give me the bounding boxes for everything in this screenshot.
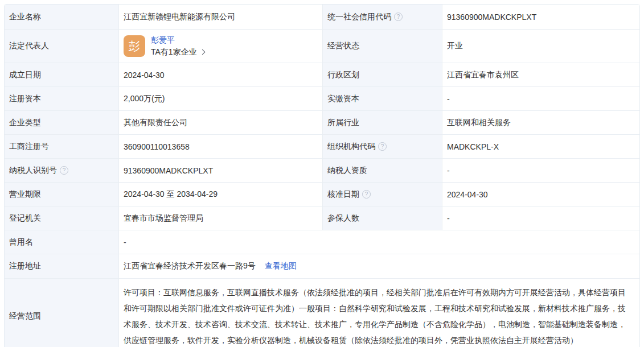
former-name-label: 曾用名 <box>5 230 118 254</box>
table-row: 纳税人识别号? 91360900MADKCKPLXT 纳税人资质 - <box>5 158 639 182</box>
insured-count-label: 参保人数 <box>322 206 442 230</box>
reg-authority-value-text: 宜春市市场监督管理局 <box>124 213 203 224</box>
status-value-text: 开业 <box>447 41 463 51</box>
reg-capital-value: 2,000万(元) <box>118 87 322 110</box>
company-name-value: 江西宜新赣锂电新能源有限公司 <box>118 5 322 29</box>
taxpayer-id-value-text: 91360900MADKCKPLXT <box>124 166 213 175</box>
company-type-value-text: 其他有限责任公司 <box>124 118 187 128</box>
paid-capital-value-text: - <box>447 94 450 104</box>
taxpayer-id-value: 91360900MADKCKPLXT <box>118 159 322 182</box>
business-term-label-text: 营业期限 <box>9 189 41 200</box>
approval-date-value-text: 2024-04-30 <box>447 190 488 199</box>
table-row: 企业名称 江西宜新赣锂电新能源有限公司 统一社会信用代码? 91360900MA… <box>5 5 639 29</box>
company-type-value: 其他有限责任公司 <box>118 111 322 134</box>
help-icon[interactable]: ? <box>394 13 403 21</box>
reg-address-label-text: 注册地址 <box>9 261 41 271</box>
former-name-value-text: - <box>124 238 126 247</box>
reg-authority-label-text: 登记机关 <box>9 213 41 224</box>
industry-label: 所属行业 <box>322 111 442 134</box>
legal-rep-companies-link[interactable]: TA有1家企业 <box>151 47 204 57</box>
insured-count-value-text: - <box>447 214 450 223</box>
org-code-label: 组织机构代码? <box>322 135 442 158</box>
paid-capital-label: 实缴资本 <box>322 87 442 110</box>
company-name-label-text: 企业名称 <box>9 12 41 22</box>
paid-capital-label-text: 实缴资本 <box>327 94 359 104</box>
district-value-text: 江西省宜春市袁州区 <box>447 70 519 80</box>
paid-capital-value: - <box>442 87 639 110</box>
org-code-value: MADKCKPL-X <box>442 135 639 158</box>
view-map-link[interactable]: 查看地图 <box>265 261 297 271</box>
reg-number-value: 360900110013658 <box>118 135 322 158</box>
credit-code-label-text: 统一社会信用代码 <box>327 12 391 22</box>
legal-rep-name-link[interactable]: 彭爱平 <box>151 35 204 46</box>
reg-number-label-text: 工商注册号 <box>9 142 49 152</box>
taxpayer-qual-label: 纳税人资质 <box>322 159 442 182</box>
table-row: 登记机关 宜春市市场监督管理局 参保人数 - <box>5 206 639 230</box>
legal-rep-label-text: 法定代表人 <box>9 41 49 51</box>
avatar-initial: 彭 <box>129 39 140 54</box>
table-row: 注册资本 2,000万(元) 实缴资本 - <box>5 86 639 110</box>
chevron-right-icon <box>199 49 205 55</box>
reg-authority-value: 宜春市市场监督管理局 <box>118 206 322 230</box>
table-row: 企业类型 其他有限责任公司 所属行业 互联网和相关服务 <box>5 110 639 134</box>
table-row: 营业期限 2024-04-30 至 2034-04-29 核准日期? 2024-… <box>5 182 639 206</box>
reg-address-value-text: 江西省宜春经济技术开发区春一路9号 <box>124 261 256 271</box>
reg-capital-value-text: 2,000万(元) <box>124 94 165 104</box>
table-row: 成立日期 2024-04-30 行政区划 江西省宜春市袁州区 <box>5 63 639 86</box>
insured-count-label-text: 参保人数 <box>327 213 359 224</box>
status-label-text: 经营状态 <box>327 41 359 51</box>
reg-authority-label: 登记机关 <box>5 206 118 230</box>
business-scope-value: 许可项目：互联网信息服务，互联网直播技术服务（依法须经批准的项目，经相关部门批准… <box>118 279 639 347</box>
taxpayer-id-label-text: 纳税人识别号 <box>9 166 57 176</box>
credit-code-label: 统一社会信用代码? <box>322 5 442 29</box>
reg-number-value-text: 360900110013658 <box>124 142 190 151</box>
established-label: 成立日期 <box>5 63 118 86</box>
company-name-label: 企业名称 <box>5 5 118 29</box>
legal-rep-avatar[interactable]: 彭 <box>124 35 145 57</box>
approval-date-label-text: 核准日期 <box>327 189 359 200</box>
taxpayer-qual-value: - <box>442 159 639 182</box>
status-value: 开业 <box>442 30 639 63</box>
org-code-value-text: MADKCKPL-X <box>447 142 499 151</box>
reg-capital-label: 注册资本 <box>5 87 118 110</box>
table-row: 法定代表人 彭 彭爱平 TA有1家企业 经营状态 开业 <box>5 29 639 63</box>
company-type-label-text: 企业类型 <box>9 118 41 128</box>
taxpayer-qual-value-text: - <box>447 166 450 175</box>
table-row: 曾用名 - <box>5 230 639 254</box>
former-name-label-text: 曾用名 <box>9 237 33 247</box>
reg-address-label: 注册地址 <box>5 254 118 278</box>
companies-link-text: TA有1家企业 <box>151 47 197 57</box>
company-type-label: 企业类型 <box>5 111 118 134</box>
business-term-value: 2024-04-30 至 2034-04-29 <box>118 183 322 206</box>
table-row: 工商注册号 360900110013658 组织机构代码? MADKCKPL-X <box>5 134 639 158</box>
reg-number-label: 工商注册号 <box>5 135 118 158</box>
former-name-value: - <box>118 230 639 254</box>
taxpayer-id-label: 纳税人识别号? <box>5 159 118 182</box>
business-scope-label-text: 经营范围 <box>9 311 41 321</box>
insured-count-value: - <box>442 206 639 230</box>
help-icon[interactable]: ? <box>378 142 387 151</box>
help-icon[interactable]: ? <box>362 190 371 199</box>
table-row: 经营范围 许可项目：互联网信息服务，互联网直播技术服务（依法须经批准的项目，经相… <box>5 278 639 347</box>
business-term-label: 营业期限 <box>5 183 118 206</box>
credit-code-value-text: 91360900MADKCKPLXT <box>447 13 536 22</box>
business-term-value-text: 2024-04-30 至 2034-04-29 <box>124 189 218 200</box>
industry-value-text: 互联网和相关服务 <box>447 118 511 128</box>
industry-value: 互联网和相关服务 <box>442 111 639 134</box>
district-label: 行政区划 <box>322 63 442 86</box>
district-label-text: 行政区划 <box>327 70 359 80</box>
established-value: 2024-04-30 <box>118 63 322 86</box>
status-label: 经营状态 <box>322 30 442 63</box>
legal-rep-label: 法定代表人 <box>5 30 118 63</box>
business-scope-value-text: 许可项目：互联网信息服务，互联网直播技术服务（依法须经批准的项目，经相关部门批准… <box>124 284 630 347</box>
established-label-text: 成立日期 <box>9 70 41 80</box>
taxpayer-qual-label-text: 纳税人资质 <box>327 166 367 176</box>
reg-address-value: 江西省宜春经济技术开发区春一路9号 查看地图 <box>118 254 639 278</box>
approval-date-label: 核准日期? <box>322 183 442 206</box>
help-icon[interactable]: ? <box>60 166 68 175</box>
business-scope-label: 经营范围 <box>5 279 118 347</box>
established-value-text: 2024-04-30 <box>124 71 165 80</box>
approval-date-value: 2024-04-30 <box>442 183 639 206</box>
reg-capital-label-text: 注册资本 <box>9 94 41 104</box>
table-row: 注册地址 江西省宜春经济技术开发区春一路9号 查看地图 <box>5 254 639 278</box>
